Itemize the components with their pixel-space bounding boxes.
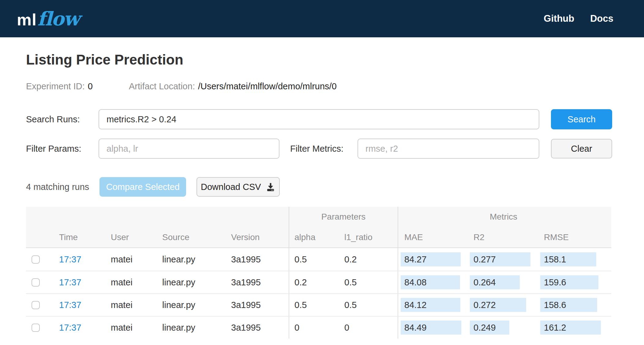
run-version-cell: 3a1995 [222, 271, 289, 293]
param-alpha-cell: 0.2 [289, 271, 338, 293]
column-header-user: User [110, 227, 161, 247]
artifact-location-label: Artifact Location: [129, 81, 195, 91]
param-l1-ratio-cell: 0.2 [338, 248, 398, 271]
column-header-alpha: alpha [289, 227, 338, 247]
logo-text-flow: flow [37, 8, 79, 30]
mlflow-logo[interactable]: ml flow [17, 8, 79, 30]
metric-rmse-cell: 159.6 [538, 271, 609, 293]
run-version-cell: 3a1995 [222, 294, 289, 316]
checkbox-cell [26, 271, 58, 293]
metric-mae-cell: 84.27 [398, 248, 467, 271]
run-time-cell: 17:37 [58, 248, 110, 271]
experiment-id-pair: Experiment ID: 0 [26, 81, 93, 91]
metric-mae-cell: 84.49 [398, 317, 467, 339]
table-group-header-row: Parameters Metrics [26, 207, 611, 227]
table-row: 17:37mateilinear.py3a19950.50.584.120.27… [26, 293, 611, 316]
filter-metrics-input[interactable] [358, 139, 539, 159]
metric-mae-bar: 84.49 [401, 321, 461, 335]
param-alpha-cell: 0.5 [289, 294, 338, 316]
metric-rmse-bar: 161.2 [540, 321, 601, 335]
nav-links: Github Docs [544, 13, 613, 24]
metric-rmse-cell: 158.6 [538, 294, 609, 316]
metric-r2-bar: 0.249 [470, 321, 509, 335]
run-time-cell: 17:37 [58, 294, 110, 316]
run-time-link[interactable]: 17:37 [59, 277, 81, 288]
row-checkbox[interactable] [32, 324, 40, 332]
run-user-cell: matei [110, 248, 161, 271]
run-time-cell: 17:37 [58, 317, 110, 339]
download-csv-button[interactable]: Download CSV [197, 177, 280, 197]
filter-row: Filter Params: Filter Metrics: Clear [26, 139, 612, 159]
metric-mae-bar: 84.27 [401, 252, 461, 266]
column-header-mae: MAE [398, 227, 467, 247]
metric-mae-cell: 84.12 [398, 294, 467, 316]
search-runs-input[interactable] [99, 109, 539, 129]
run-user-cell: matei [110, 317, 161, 339]
run-time-link[interactable]: 17:37 [59, 254, 81, 265]
group-header-metrics: Metrics [398, 207, 609, 227]
search-runs-label: Search Runs: [26, 114, 99, 124]
table-column-header-row: Time User Source Version alpha l1_ratio … [26, 227, 611, 248]
checkbox-cell [26, 248, 58, 271]
metric-r2-cell: 0.264 [467, 271, 538, 293]
table-body: 17:37mateilinear.py3a19950.50.284.270.27… [26, 248, 611, 339]
param-alpha-cell: 0 [289, 317, 338, 339]
column-header-l1-ratio: l1_ratio [338, 227, 398, 247]
matching-runs-count: 4 matching runs [26, 182, 89, 192]
metric-r2-cell: 0.272 [467, 294, 538, 316]
table-row: 17:37mateilinear.py3a19950084.490.249161… [26, 316, 611, 339]
group-header-parameters: Parameters [289, 207, 398, 227]
run-time-link[interactable]: 17:37 [59, 300, 81, 310]
experiment-info-row: Experiment ID: 0 Artifact Location: /Use… [26, 81, 638, 91]
run-time-link[interactable]: 17:37 [59, 323, 81, 333]
metric-rmse-cell: 158.1 [538, 248, 609, 271]
filter-metrics-label: Filter Metrics: [290, 144, 358, 154]
filter-params-label: Filter Params: [26, 144, 99, 154]
metric-rmse-cell: 161.2 [538, 317, 609, 339]
metric-r2-cell: 0.249 [467, 317, 538, 339]
column-header-time: Time [58, 227, 110, 247]
metric-rmse-bar: 159.6 [540, 275, 598, 289]
column-header-rmse: RMSE [538, 227, 609, 247]
actions-row: 4 matching runs Compare Selected Downloa… [26, 177, 612, 197]
download-to-disk-icon [265, 182, 276, 192]
experiment-id-value: 0 [88, 81, 93, 91]
artifact-location-pair: Artifact Location: /Users/matei/mlflow/d… [129, 81, 337, 91]
run-source-cell: linear.py [161, 294, 222, 316]
nav-link-docs[interactable]: Docs [590, 13, 613, 24]
row-checkbox[interactable] [32, 301, 40, 309]
search-row: Search Runs: Search [26, 109, 612, 129]
metric-rmse-bar: 158.6 [540, 298, 597, 312]
nav-link-github[interactable]: Github [544, 13, 574, 24]
page-title: Listing Price Prediction [26, 51, 638, 68]
metric-mae-cell: 84.08 [398, 271, 467, 293]
metric-r2-bar: 0.277 [470, 252, 530, 266]
logo-text-ml: ml [17, 10, 37, 29]
runs-table: Parameters Metrics Time User Source Vers… [26, 207, 611, 339]
artifact-location-value: /Users/matei/mlflow/demo/mlruns/0 [198, 81, 337, 91]
checkbox-cell [26, 317, 58, 339]
metric-r2-bar: 0.272 [470, 298, 526, 312]
row-checkbox[interactable] [32, 278, 40, 287]
run-user-cell: matei [110, 271, 161, 293]
run-source-cell: linear.py [161, 248, 222, 271]
run-source-cell: linear.py [161, 271, 222, 293]
row-checkbox[interactable] [32, 255, 40, 264]
navbar: ml flow Github Docs [0, 0, 644, 37]
metric-r2-bar: 0.264 [470, 275, 520, 289]
download-csv-label: Download CSV [201, 182, 261, 192]
run-time-cell: 17:37 [58, 271, 110, 293]
filter-params-input[interactable] [99, 139, 279, 159]
compare-selected-button[interactable]: Compare Selected [99, 177, 186, 197]
metric-mae-bar: 84.08 [401, 275, 460, 289]
clear-button[interactable]: Clear [551, 139, 612, 158]
run-version-cell: 3a1995 [222, 248, 289, 271]
param-l1-ratio-cell: 0.5 [338, 271, 398, 293]
param-l1-ratio-cell: 0.5 [338, 294, 398, 316]
run-version-cell: 3a1995 [222, 317, 289, 339]
experiment-id-label: Experiment ID: [26, 81, 85, 91]
main-content: Listing Price Prediction Experiment ID: … [0, 51, 638, 339]
search-button[interactable]: Search [551, 109, 612, 129]
column-header-source: Source [161, 227, 222, 247]
checkbox-cell [26, 294, 58, 316]
